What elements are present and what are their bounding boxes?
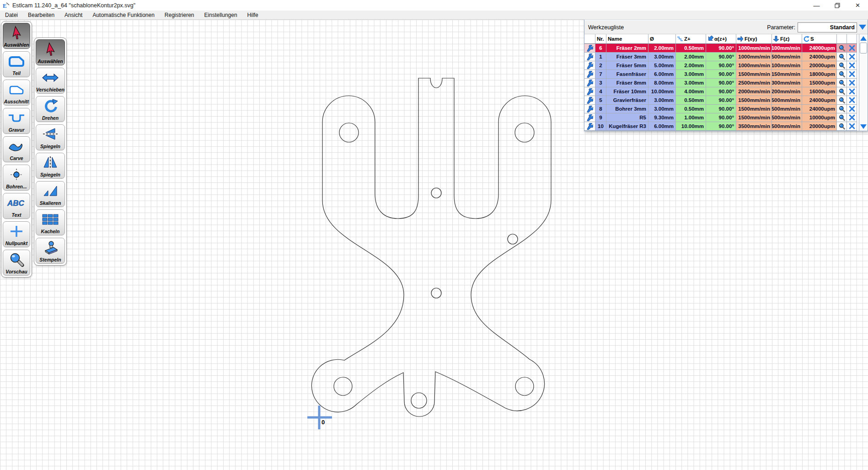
tool-feed-z: 300mm/min [772, 79, 802, 87]
wrench-icon [586, 62, 593, 69]
minimize-button[interactable]: — [806, 0, 827, 11]
magnifier-icon [839, 62, 845, 69]
tool-carve[interactable]: Carve [3, 136, 30, 162]
tool-delete-cell[interactable] [847, 53, 857, 61]
tool-name: Fräser 8mm [606, 79, 648, 87]
tool-settings-cell[interactable] [584, 79, 595, 87]
tool-delete-cell[interactable] [847, 61, 857, 70]
tool-inspect-cell[interactable] [837, 96, 847, 105]
menu-automatische-funktionen[interactable]: Automatische Funktionen [87, 11, 159, 19]
tool-drehen[interactable]: Drehen [36, 96, 65, 122]
tool-plunge-angle: 90.00° [706, 96, 736, 105]
tool-delete-cell[interactable] [847, 122, 857, 131]
tool-feed-xy: 1500mm/min [736, 105, 772, 113]
tool-delete-cell[interactable] [847, 44, 857, 53]
parameter-input[interactable] [798, 22, 857, 32]
tool-row[interactable]: 9 R5 9.30mm 1.00mm 90.00° 1500mm/min 500… [584, 113, 859, 122]
select-cursor-icon [3, 23, 30, 42]
tool-inspect-cell[interactable] [837, 79, 847, 87]
preview-icon [3, 250, 30, 269]
tool-row[interactable]: 1 Fräser 3mm 3.00mm 2.00mm 90.00° 1000mm… [584, 53, 859, 61]
tool-settings-cell[interactable] [584, 70, 595, 79]
tool-spindle-speed: 24000upm [802, 53, 837, 61]
tool-bohren[interactable]: Bohren... [3, 165, 30, 191]
menu-ansicht[interactable]: Ansicht [59, 11, 87, 19]
tool-feed-z: 100mm/min [772, 44, 802, 53]
arrow-right-icon [737, 36, 744, 42]
tool-inspect-cell[interactable] [837, 87, 847, 96]
tool-inspect-cell[interactable] [837, 53, 847, 61]
tool-settings-cell[interactable] [584, 122, 595, 131]
tool-ausschnitt[interactable]: Ausschnitt [3, 80, 30, 106]
tool-row[interactable]: 3 Fräser 8mm 8.00mm 3.00mm 90.00° 2500mm… [584, 79, 859, 87]
tool-row[interactable]: 4 Fräser 10mm 10.00mm 4.00mm 90.00° 2000… [584, 87, 859, 96]
magnifier-icon [839, 123, 845, 130]
tool-step-depth: 4.00mm [676, 87, 706, 96]
menu-datei[interactable]: Datei [0, 11, 23, 19]
tool-teil[interactable]: Teil [3, 51, 30, 77]
tool-inspect-cell[interactable] [837, 105, 847, 113]
rotation-icon [803, 36, 809, 42]
tool-settings-cell[interactable] [584, 87, 595, 96]
tool-settings-cell[interactable] [584, 53, 595, 61]
tool-delete-cell[interactable] [847, 79, 857, 87]
tool-table: Nr. Name Ø Z+ α(z+) F(xy) F(z) [584, 34, 859, 131]
cutout-icon [3, 80, 30, 99]
select-cursor-icon [36, 40, 64, 59]
tool-row[interactable]: 6 Fräser 2mm 2.00mm 0.50mm 90.00° 1000mm… [584, 44, 859, 53]
tool-auswaehlen[interactable]: Auswählen [3, 23, 30, 49]
tool-step-depth: 0.50mm [676, 96, 706, 105]
menu-registrieren[interactable]: Registrieren [160, 11, 199, 19]
arrow-down-icon [773, 36, 779, 42]
tool-delete-cell[interactable] [847, 70, 857, 79]
tool-settings-cell[interactable] [584, 61, 595, 70]
menu-hilfe[interactable]: Hilfe [242, 11, 263, 19]
tool-inspect-cell[interactable] [837, 122, 847, 131]
delete-x-icon [849, 106, 855, 112]
tool-spiegeln-vertikal[interactable]: Spiegeln [36, 153, 65, 179]
tool-row[interactable]: 5 Gravierfräser 3.00mm 0.50mm 90.00° 150… [584, 96, 859, 105]
tool-delete-cell[interactable] [847, 87, 857, 96]
tool-settings-cell[interactable] [584, 105, 595, 113]
scroll-up-icon[interactable] [860, 36, 867, 41]
tool-number: 8 [595, 105, 606, 113]
tool-nullpunkt[interactable]: Nullpunkt [3, 221, 30, 247]
tool-delete-cell[interactable] [847, 105, 857, 113]
tool-plunge-angle: 90.00° [706, 113, 736, 122]
tool-inspect-cell[interactable] [837, 61, 847, 70]
scroll-down-icon[interactable] [860, 124, 867, 129]
tool-text[interactable]: ABC Text [3, 193, 30, 219]
tool-spindle-speed: 24000upm [802, 44, 837, 53]
toolbar-primary: Auswählen Teil Ausschnitt Gravur Carve [1, 21, 32, 278]
parameter-dropdown-icon[interactable] [859, 25, 866, 30]
tool-settings-cell[interactable] [584, 113, 595, 122]
tool-inspect-cell[interactable] [837, 70, 847, 79]
tool-settings-cell[interactable] [584, 44, 595, 53]
tool-skalieren[interactable]: Skalieren [36, 181, 65, 207]
scroll-thumb[interactable] [860, 43, 867, 53]
tool-vorschau[interactable]: Vorschau [3, 250, 30, 276]
close-button[interactable]: × [847, 0, 868, 11]
tool-row[interactable]: 8 Bohrer 3mm 3.00mm 0.50mm 90.00° 1500mm… [584, 105, 859, 113]
tool-inspect-cell[interactable] [837, 113, 847, 122]
tool-inspect-cell[interactable] [837, 44, 847, 53]
tool-row[interactable]: 2 Fräser 5mm 5.00mm 2.00mm 90.00° 1000mm… [584, 61, 859, 70]
tool-row[interactable]: 10 Kugelfräser R3 6.00mm 10.00mm 90.00° … [584, 122, 859, 131]
tool-spiegeln-horizontal[interactable]: Spiegeln [36, 124, 65, 150]
menu-einstellungen[interactable]: Einstellungen [199, 11, 242, 19]
menu-bearbeiten[interactable]: Bearbeiten [23, 11, 59, 19]
tool-table-scrollbar[interactable] [859, 34, 868, 131]
delete-x-icon [849, 53, 855, 60]
tool-row[interactable]: 7 Fasenfräser 6.00mm 3.00mm 90.00° 1500m… [584, 70, 859, 79]
tool-verschieben[interactable]: Verschieben [36, 68, 65, 94]
tool-settings-cell[interactable] [584, 96, 595, 105]
tool-stempeln[interactable]: Stempeln [36, 238, 65, 264]
tool-gravur[interactable]: Gravur [3, 108, 30, 134]
tool-delete-cell[interactable] [847, 113, 857, 122]
tool-auswaehlen-2[interactable]: Auswählen [36, 39, 65, 65]
magnifier-icon [839, 97, 845, 104]
tool-kacheln[interactable]: Kacheln [36, 209, 65, 235]
step-depth-icon [677, 36, 683, 42]
tool-delete-cell[interactable] [847, 96, 857, 105]
restore-button[interactable] [827, 0, 847, 11]
